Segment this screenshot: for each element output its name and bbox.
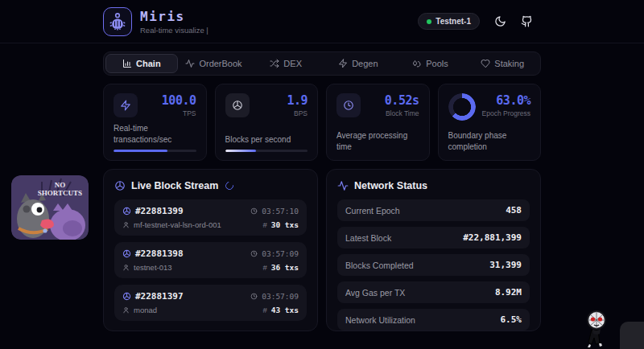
clock-icon [250, 207, 258, 215]
loading-spinner-icon [224, 180, 235, 191]
stat-card-bps: 1.9 BPS Blocks per second [215, 84, 319, 161]
epoch-description: Boundary phase completion [448, 130, 513, 152]
block-id: #22881399 [135, 206, 184, 216]
bps-progress-bar [225, 150, 308, 152]
block-list-item[interactable]: #22881399 03:57:10 [114, 199, 307, 236]
activity-icon [185, 59, 195, 68]
status-label: Latest Block [345, 233, 391, 243]
status-label: Blocks Completed [345, 261, 414, 270]
network-status-title: Network Status [354, 180, 427, 191]
status-value: 31,399 [489, 260, 522, 270]
tps-value: 100.0 [162, 93, 196, 108]
block-list: #22881399 03:57:10 [114, 199, 307, 321]
brand: Miris Real-time visualize | [140, 9, 208, 35]
block-validator: monad [134, 306, 157, 314]
clock-icon [250, 293, 258, 300]
status-value: 6.5% [501, 314, 522, 325]
hash-symbol: # [262, 220, 266, 229]
tab-label: Staking [494, 59, 524, 68]
user-icon [122, 221, 130, 228]
block-time: 03:57:09 [262, 292, 299, 301]
bar-chart-icon [122, 59, 132, 68]
tab-staking[interactable]: Staking [466, 54, 539, 73]
block-id: #22881397 [135, 291, 184, 302]
tab-dex[interactable]: DEX [250, 54, 322, 73]
zap-icon [338, 59, 348, 68]
app-subtitle: Real-time visualize | [140, 26, 208, 35]
status-label: Avg Gas per TX [345, 288, 405, 298]
block-list-item[interactable]: #22881398 03:57:09 [114, 242, 307, 278]
cube-icon [114, 180, 126, 191]
status-row-current-epoch: Current Epoch 458 [337, 199, 530, 221]
main-content: Chain OrderBook DEX [103, 51, 541, 331]
tab-orderbook[interactable]: OrderBook [178, 54, 250, 73]
blocktime-unit: Block Time [385, 109, 419, 117]
miris-logo[interactable] [103, 7, 132, 36]
activity-icon [337, 180, 349, 191]
stats-grid: 100.0 TPS Real-time transactions/sec 1.9 [103, 84, 541, 161]
bps-description: Blocks per second [225, 134, 308, 146]
tab-label: Pools [426, 59, 448, 68]
moon-icon [494, 15, 506, 27]
miris-dashboard: Miris Real-time visualize | Testnet-1 [0, 0, 644, 349]
epoch-value: 63.0% [482, 93, 530, 108]
status-list: Current Epoch 458 Latest Block #22,881,3… [337, 199, 530, 331]
hash-symbol: # [262, 306, 266, 314]
github-link-button[interactable] [521, 15, 533, 27]
block-list-item[interactable]: #22881397 03:57:09 [114, 285, 307, 321]
block-time: 03:57:10 [262, 207, 299, 216]
user-icon [122, 306, 130, 314]
tps-description: Real-time transactions/sec [114, 123, 196, 145]
zap-icon [114, 93, 138, 117]
tab-label: OrderBook [199, 59, 242, 68]
bps-unit: BPS [287, 109, 308, 117]
status-label: Network Utilization [345, 315, 415, 325]
tab-pools[interactable]: Pools [394, 54, 467, 73]
github-icon [521, 15, 533, 27]
status-row-utilization: Network Utilization 6.5% [337, 309, 530, 331]
network-badge-label: Testnet-1 [436, 17, 471, 26]
status-row-latest-block: Latest Block #22,881,399 [337, 227, 530, 248]
tab-label: Chain [136, 59, 161, 68]
status-value: 8.92M [495, 287, 522, 298]
sticker-caption: NO SHORTCUTS [38, 181, 82, 198]
block-txs: 30 txs [271, 220, 299, 229]
app-header: Miris Real-time visualize | Testnet-1 [0, 0, 644, 43]
status-value: 458 [506, 205, 522, 216]
network-status-badge: Testnet-1 [418, 13, 480, 30]
hash-symbol: # [262, 263, 266, 272]
cube-icon [122, 249, 131, 258]
blocktime-value: 0.52s [385, 93, 419, 108]
status-label: Current Epoch [345, 206, 400, 216]
block-txs: 36 txs [271, 263, 299, 272]
shuffle-icon [270, 59, 279, 68]
skull-mascot-sprite-image [582, 309, 613, 349]
status-row-avg-gas: Avg Gas per TX 8.92M [337, 281, 530, 303]
bps-value: 1.9 [287, 93, 308, 108]
user-icon [122, 264, 130, 271]
epoch-unit: Epoch Progress [482, 109, 530, 117]
heart-icon [481, 59, 490, 68]
tps-progress-bar [114, 150, 196, 152]
tab-degen[interactable]: Degen [322, 54, 394, 73]
droplet-icon [412, 59, 422, 68]
no-shortcuts-sticker-image: NO SHORTCUTS [11, 175, 89, 240]
cube-icon [225, 93, 250, 117]
panels-row: Live Block Stream #22881399 [103, 169, 541, 331]
block-validator: mf-testnet-val-lsn-ord-001 [134, 220, 221, 229]
miris-creature-icon [108, 12, 127, 31]
tps-unit: TPS [162, 109, 196, 117]
block-time: 03:57:09 [262, 249, 299, 258]
cube-icon [122, 207, 131, 216]
stat-card-blocktime: 0.52s Block Time Average processing time [326, 84, 430, 161]
tab-label: Degen [352, 59, 378, 68]
blocktime-description: Average processing time [336, 130, 419, 152]
clock-icon [250, 250, 258, 257]
theme-toggle-button[interactable] [494, 15, 506, 27]
corner-widget-chip[interactable] [620, 322, 644, 349]
block-id: #22881398 [135, 248, 184, 259]
tab-chain[interactable]: Chain [105, 54, 178, 73]
block-validator: testnet-013 [134, 263, 172, 272]
network-status-panel: Network Status Current Epoch 458 Latest … [326, 169, 541, 331]
online-dot-icon [427, 19, 431, 24]
